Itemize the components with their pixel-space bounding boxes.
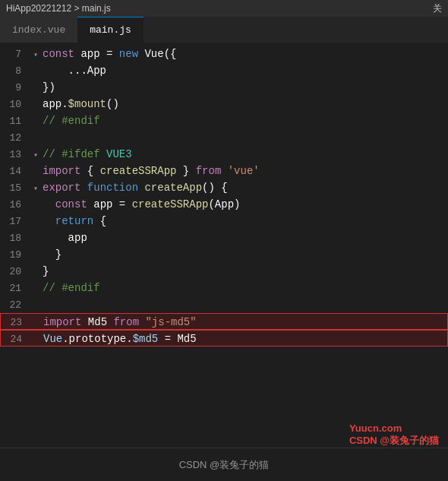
token-9-0: }) (43, 81, 55, 93)
token-16-1: const (55, 198, 87, 210)
editor-line-12: 12 (0, 129, 448, 146)
editor-line-24: 24 Vue.prototype.$md5 = Md5 (0, 330, 448, 347)
line-content-10: app.$mount() (27, 96, 119, 114)
tabs-bar: index.vuemain.js (0, 17, 448, 43)
watermark-line2: CSDN @装兔子的猫 (349, 434, 439, 448)
token-17-0 (43, 215, 55, 227)
line-number-20: 20 (0, 264, 27, 280)
token-11-0: // #endif (43, 115, 100, 127)
line-content-7: ▾const app = new Vue({ (27, 46, 176, 64)
line-number-13: 13 (0, 147, 27, 163)
token-19-0: } (43, 248, 62, 261)
editor-line-7: 7▾const app = new Vue({ (0, 46, 448, 62)
fold-icon-15[interactable]: ▾ (33, 181, 41, 198)
fold-icon-13[interactable]: ▾ (33, 147, 41, 164)
watermark-line1: Yuucn.com (349, 422, 439, 434)
token-14-6: 'vue' (228, 165, 260, 177)
editor: 7▾const app = new Vue({8 ...App9 })10 ap… (0, 43, 448, 448)
fold-spacer-16 (33, 198, 41, 214)
token-13-1: VUE3 (106, 148, 132, 160)
token-24-0: Vue (43, 333, 62, 345)
watermark-container: Yuucn.com CSDN @装兔子的猫 (349, 422, 439, 448)
fold-spacer-14 (33, 164, 41, 181)
token-16-0 (43, 198, 55, 210)
fold-spacer-17 (33, 214, 41, 231)
token-16-2: app = (87, 198, 132, 210)
line-number-22: 22 (0, 297, 27, 314)
fold-spacer-9 (33, 81, 41, 97)
token-14-0: import (43, 165, 80, 177)
token-17-2: { (93, 215, 106, 227)
token-16-3: createSSRApp (132, 198, 209, 210)
token-8-0: ...App (43, 65, 106, 77)
editor-line-13: 13▾// #ifdef VUE3 (0, 146, 448, 163)
token-23-1: Md5 (81, 316, 113, 328)
token-24-1: .prototype. (62, 333, 132, 345)
token-14-2: createSSRApp (100, 165, 177, 177)
line-content-21: // #endif (27, 280, 100, 298)
token-10-0: app. (43, 98, 68, 110)
line-content-17: return { (27, 213, 106, 231)
editor-line-19: 19 } (0, 246, 448, 263)
token-15-0: export (43, 182, 80, 194)
fold-spacer-20 (33, 264, 41, 281)
token-16-4: (App) (208, 198, 240, 210)
close-button[interactable]: 关 (433, 2, 442, 15)
token-10-2: () (106, 98, 119, 110)
line-content-13: ▾// #ifdef VUE3 (27, 146, 132, 164)
fold-spacer-18 (33, 231, 41, 248)
fold-spacer-12 (33, 131, 41, 147)
token-18-0: app (43, 232, 87, 244)
line-content-16: const app = createSSRApp(App) (27, 196, 240, 214)
token-14-3: } (176, 165, 195, 177)
line-content-24: Vue.prototype.$md5 = Md5 (28, 331, 197, 349)
token-21-0: // #endif (43, 282, 100, 294)
line-content-20: } (27, 263, 49, 281)
token-15-4: createApp (144, 182, 202, 194)
editor-line-23: 23 import Md5 from "js-md5" (0, 313, 448, 330)
line-content-8: ...App (27, 62, 106, 81)
token-7-3: Vue({ (138, 48, 176, 60)
token-17-1: return (55, 215, 93, 227)
line-number-19: 19 (0, 247, 27, 264)
editor-line-9: 9 }) (0, 79, 448, 96)
editor-line-14: 14 import { createSSRApp } from 'vue' (0, 163, 448, 179)
line-content-11: // #endif (27, 112, 100, 131)
line-number-7: 7 (0, 46, 27, 63)
fold-spacer-24 (34, 332, 42, 349)
line-number-18: 18 (0, 230, 27, 247)
line-content-19: } (27, 246, 62, 264)
token-14-4: from (196, 165, 222, 177)
line-number-12: 12 (0, 130, 27, 147)
token-14-5 (221, 165, 227, 177)
fold-spacer-11 (33, 114, 41, 131)
fold-spacer-21 (33, 281, 41, 298)
editor-line-17: 17 return { (0, 213, 448, 229)
token-23-4: "js-md5" (145, 316, 196, 328)
title-bar-text: HiApp20221212 > main.js (6, 3, 111, 14)
token-23-0: import (43, 316, 81, 328)
line-content-22 (27, 296, 43, 315)
token-24-2: $md5 (133, 333, 159, 345)
token-15-2: function (87, 182, 138, 194)
line-number-24: 24 (1, 331, 28, 348)
token-13-0: // #ifdef (43, 148, 106, 160)
token-23-2: from (113, 316, 139, 328)
fold-icon-7[interactable]: ▾ (33, 47, 41, 64)
token-15-1 (80, 182, 87, 194)
tab-index-vue[interactable]: index.vue (0, 17, 77, 43)
editor-line-20: 20 } (0, 263, 448, 280)
editor-line-18: 18 app (0, 229, 448, 246)
token-14-1: { (80, 165, 99, 177)
editor-line-10: 10 app.$mount() (0, 96, 448, 112)
line-number-10: 10 (0, 97, 27, 113)
fold-spacer-22 (33, 298, 41, 315)
line-content-9: }) (27, 79, 55, 97)
fold-spacer-10 (33, 97, 41, 114)
token-20-0: } (43, 265, 49, 277)
token-7-0: const (43, 48, 74, 60)
line-number-15: 15 (0, 180, 27, 197)
tab-main-js[interactable]: main.js (77, 17, 144, 43)
fold-spacer-19 (33, 248, 41, 264)
token-7-1: app = (74, 48, 119, 60)
